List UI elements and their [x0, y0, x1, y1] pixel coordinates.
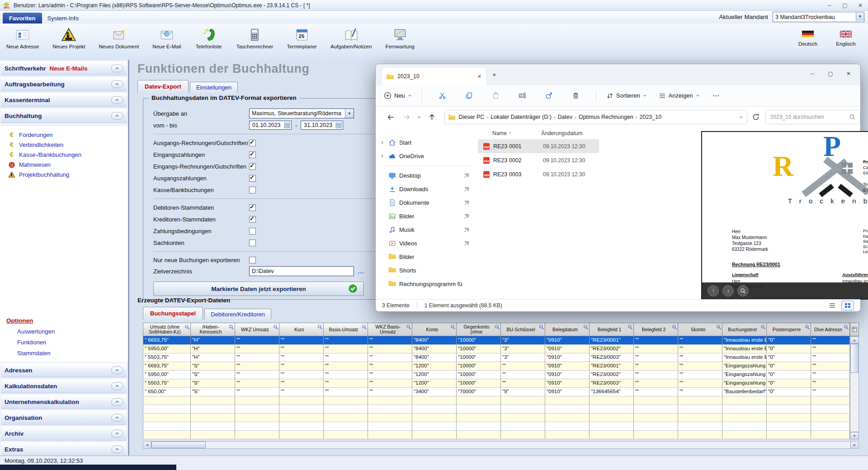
tab-buchungsstapel[interactable]: Buchungsstapel — [143, 307, 203, 320]
toolbar-button-aufgaben-notizen[interactable]: Aufgaben/Notizen — [330, 27, 372, 49]
collapse-button[interactable] — [111, 367, 123, 374]
zahlungsbedingungen-checkbox[interactable] — [249, 228, 256, 235]
refresh-icon[interactable] — [752, 113, 760, 121]
search-filter-icon[interactable] — [844, 324, 849, 330]
cut-icon[interactable] — [439, 92, 446, 99]
column-header-12[interactable]: Belegfeld 2 — [634, 323, 678, 336]
sidebar-item-optionen[interactable]: Optionen — [0, 315, 128, 326]
maximize-icon[interactable]: ▢ — [821, 67, 840, 80]
export-button[interactable]: Markierte Daten jetzt exportieren — [153, 282, 364, 296]
calendar-icon[interactable] — [284, 122, 290, 128]
date-to-field[interactable]: 31.10.2023 — [301, 121, 343, 130]
sidebar-section-buchhaltung[interactable]: Buchhaltung — [1, 109, 127, 123]
search-filter-icon[interactable] — [805, 324, 810, 330]
sidebar-item-forderungen[interactable]: €Forderungen — [0, 130, 128, 140]
column-header-11[interactable]: Belegfeld 1 — [590, 323, 634, 336]
search-filter-icon[interactable] — [760, 324, 766, 330]
scroll-up-icon[interactable]: ▲ — [850, 336, 859, 343]
toolbar-button-neue-adresse[interactable]: Neue Adresse — [6, 27, 39, 49]
column-header-9[interactable]: BU-Schlüssel — [501, 323, 545, 336]
forward-icon[interactable] — [403, 113, 410, 121]
nav-item-videos[interactable]: Videos — [376, 236, 476, 250]
toolbar-button-neues-dokument[interactable]: ★Neues Dokument — [99, 27, 139, 49]
column-chooser-icon[interactable] — [850, 323, 859, 336]
column-header-3[interactable]: WKZ Umsatz — [235, 323, 279, 336]
search-filter-icon[interactable] — [495, 324, 500, 330]
explorer-tab[interactable]: 2023_10 ✕ — [382, 68, 486, 85]
scrollbar-thumb[interactable] — [151, 442, 206, 448]
collapse-button[interactable] — [111, 80, 123, 88]
scroll-down-icon[interactable]: ▼ — [850, 432, 859, 439]
search-filter-icon[interactable] — [317, 324, 323, 330]
sidebar-section-adressen[interactable]: Adressen — [1, 363, 127, 377]
up-icon[interactable] — [428, 113, 436, 121]
view-button[interactable]: Anzeigen — [659, 92, 700, 99]
next-page-icon[interactable]: ↓ — [722, 285, 734, 296]
tab-debitoren-kreditoren[interactable]: Debitoren/Kreditoren — [204, 309, 271, 320]
debitoren-stammdaten-checkbox[interactable] — [249, 204, 256, 211]
nav-item-onedrive[interactable]: OneDrive — [376, 149, 476, 163]
nav-item-bilder[interactable]: Bilder — [376, 250, 476, 263]
scrollbar-thumb[interactable] — [850, 344, 859, 373]
collapse-button[interactable] — [111, 112, 123, 120]
collapse-button[interactable] — [111, 414, 123, 422]
column-header-1[interactable]: Umsatz (ohne Soll/Haben-Kz) — [143, 323, 191, 336]
search-filter-icon[interactable] — [716, 324, 722, 330]
collapse-button[interactable] — [111, 446, 123, 453]
toolbar-button-telefonliste[interactable]: Telefonliste — [195, 27, 223, 49]
sidebar-section-unternehmenskalkulation[interactable]: Unternehmenskalkulation — [1, 395, 127, 409]
share-icon[interactable] — [545, 92, 553, 99]
sidebar-section-kalkulationsdaten[interactable]: Kalkulationsdaten — [1, 379, 127, 393]
sidebar-section-auftragsbearbeitung[interactable]: Auftragsbearbeitung — [1, 77, 127, 91]
sidebar-item-mahnwesen[interactable]: Mahnwesen — [0, 160, 128, 169]
table-row[interactable]: " 6693,75""H""""""""""8400""10000""3""09… — [143, 336, 859, 345]
eingangszahlungen-checkbox[interactable] — [249, 151, 256, 158]
table-row[interactable]: " 5950,00""H""""""""""8400""10000""3""09… — [143, 345, 859, 353]
toolbar-button-neues-projekt[interactable]: Neues Projekt — [52, 27, 85, 49]
kasse-bankbuchungen-checkbox[interactable] — [249, 187, 256, 193]
nav-item-rechnungsprogramm-f-r[interactable]: Rechnungsprogramm für — [376, 277, 476, 291]
table-row[interactable] — [143, 431, 859, 439]
nav-item-bilder[interactable]: Bilder — [376, 209, 476, 223]
paste-icon[interactable] — [492, 92, 500, 99]
minimize-icon[interactable]: ─ — [803, 67, 821, 80]
chevron-right-icon[interactable] — [380, 154, 384, 158]
thumbnail-view-icon[interactable] — [841, 301, 854, 310]
table-row[interactable] — [143, 396, 859, 405]
toolbar-button-taschenrechner[interactable]: Taschenrechner — [236, 27, 274, 49]
sachkonten-checkbox[interactable] — [249, 240, 256, 246]
breadcrumb-item[interactable]: Optimus Rechnungen — [576, 114, 636, 120]
address-box[interactable]: Dieser PC›Lokaler Datenträger (D:)›Datev… — [444, 110, 747, 124]
eingangs-rechnungen-gutschriften-checkbox[interactable] — [249, 163, 256, 170]
menu-item-system-info[interactable]: System-Info — [42, 13, 84, 24]
breadcrumb-item[interactable]: Datev — [556, 114, 575, 120]
search-filter-icon[interactable] — [627, 324, 633, 330]
chevron-down-icon[interactable] — [739, 115, 743, 119]
details-view-icon[interactable] — [826, 301, 839, 310]
search-filter-icon[interactable] — [672, 324, 677, 330]
column-header-4[interactable]: Kurs — [279, 323, 324, 336]
column-header-5[interactable]: Basis-Umsatz — [324, 323, 368, 336]
horizontal-scrollbar[interactable]: ◄ ► — [143, 441, 859, 449]
tab-einstellungen[interactable]: Einstellungen — [190, 82, 238, 93]
toolbar-button-neue-e-mail[interactable]: @Neue E-Mail — [152, 27, 181, 49]
search-filter-icon[interactable] — [362, 324, 367, 330]
collapse-button[interactable] — [111, 96, 123, 104]
minimize-icon[interactable]: ─ — [822, 2, 837, 9]
table-row[interactable]: " 5950,00""S""""""""""1200""10000""""091… — [143, 371, 859, 379]
table-row[interactable]: " 5503,75""S""""""""""1200""10000""""091… — [143, 379, 859, 388]
sidebar-item-projektbuchhaltung[interactable]: Projektbuchhaltung — [0, 169, 128, 179]
collapse-button[interactable] — [111, 398, 123, 406]
search-filter-icon[interactable] — [406, 324, 411, 330]
new-tab-icon[interactable]: + — [492, 70, 496, 78]
nav-item-start[interactable]: Start — [376, 136, 476, 149]
sidebar-section-organisation[interactable]: Organisation — [1, 411, 127, 425]
calendar-icon[interactable] — [335, 122, 342, 128]
maximize-icon[interactable]: ▢ — [837, 2, 853, 9]
kreditoren-stammdaten-checkbox[interactable] — [249, 216, 256, 223]
column-header-15[interactable]: Postensperre — [767, 323, 811, 336]
sidebar-section-extras[interactable]: Extras — [1, 442, 127, 456]
breadcrumb-item[interactable]: Dieser PC — [457, 114, 487, 120]
table-row[interactable]: " 5503,75""H""""""""""8400""10000""3""09… — [143, 353, 859, 362]
column-header-6[interactable]: WKZ Basis-Umsatz — [368, 323, 412, 336]
